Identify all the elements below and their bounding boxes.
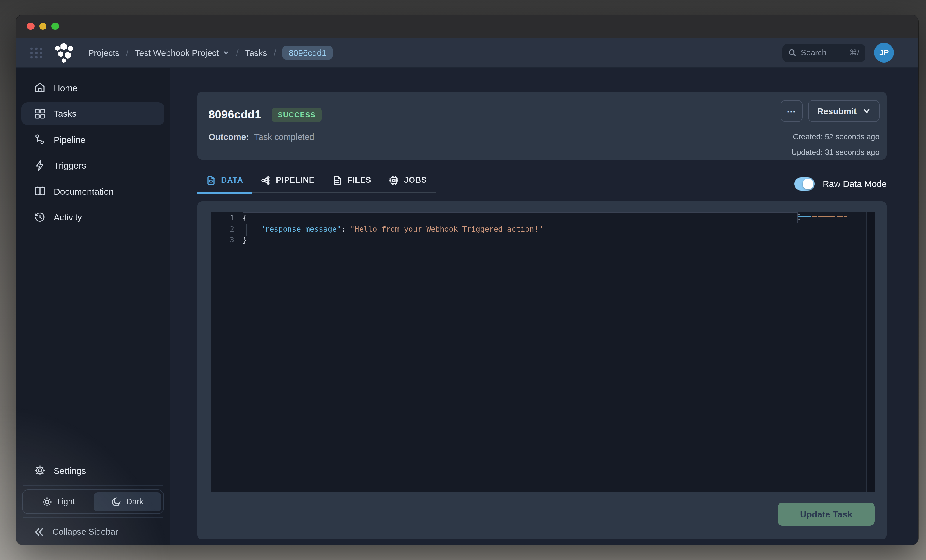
home-icon [34,82,46,94]
tab-strip: DATA PIPELINE [197,173,436,193]
collapse-sidebar-label: Collapse Sidebar [53,527,118,536]
breadcrumb: Projects / Test Webhook Project / Tasks … [88,46,333,60]
moon-icon [112,497,121,506]
outcome-value: Task completed [254,132,314,142]
sidebar-item-label: Triggers [54,160,86,170]
updated-timestamp: Updated: 31 seconds ago [791,145,879,160]
sidebar-item-home[interactable]: Home [21,76,165,99]
sidebar-item-label: Activity [54,212,82,222]
theme-dark-button[interactable]: Dark [94,492,161,511]
theme-light-label: Light [57,497,75,506]
minimize-button[interactable] [39,23,47,30]
tab-pipeline[interactable]: PIPELINE [252,173,323,193]
theme-light-button[interactable]: Light [25,492,92,511]
resubmit-label: Resubmit [817,106,856,116]
outcome-label: Outcome: [209,132,249,142]
double-chevron-left-icon [34,527,44,537]
breadcrumb-projects[interactable]: Projects [88,48,120,57]
file-icon [333,176,342,185]
tab-files[interactable]: FILES [324,173,380,193]
breadcrumb-separator: / [236,48,238,57]
chevron-down-icon [862,107,870,115]
created-timestamp: Created: 52 seconds ago [791,129,879,145]
sun-icon [42,497,52,506]
raw-data-mode-label: Raw Data Mode [823,179,887,189]
tab-label: JOBS [404,176,427,185]
update-task-button[interactable]: Update Task [778,502,875,525]
collapse-sidebar-button[interactable]: Collapse Sidebar [21,522,165,541]
history-clock-icon [34,211,46,223]
raw-data-mode-toggle[interactable] [794,177,815,190]
breadcrumb-task-id-badge[interactable]: 8096cdd1 [283,46,333,60]
divider [23,485,163,486]
editor-code-area[interactable]: { "response_message": "Hello from your W… [242,212,797,492]
sidebar-item-label: Settings [54,465,86,475]
json-code-editor[interactable]: 1 2 3 { "response_message": "Hello from … [211,212,875,492]
resubmit-button[interactable]: Resubmit [808,100,879,122]
file-code-icon [206,176,216,185]
tab-label: DATA [221,176,243,185]
top-nav: Projects / Test Webhook Project / Tasks … [16,38,918,68]
code-line: } [242,235,797,246]
main-content: 8096cdd1 SUCCESS Outcome: Task completed… [170,68,918,545]
window-titlebar [16,15,918,38]
gear-icon [34,465,46,476]
sidebar-item-label: Pipeline [54,134,86,144]
tab-data[interactable]: DATA [197,173,252,193]
task-timestamps: Created: 52 seconds ago Updated: 31 seco… [791,129,879,160]
line-number: 2 [211,223,234,235]
chevron-down-icon [223,50,229,56]
app-window: Projects / Test Webhook Project / Tasks … [16,15,918,545]
app-grid-icon[interactable] [29,45,44,60]
divider [23,518,163,518]
open-book-icon [34,185,46,197]
search-icon [788,49,796,57]
editor-scrollbar[interactable] [866,212,875,492]
sidebar-item-settings[interactable]: Settings [21,459,165,482]
editor-minimap[interactable] [797,212,866,492]
sidebar-item-label: Tasks [54,109,77,118]
sidebar: Home Tasks Pipeline Trigg [16,68,170,545]
sidebar-item-pipeline[interactable]: Pipeline [21,128,165,151]
hub-branches-icon [261,176,271,185]
search-box[interactable]: ⌘/ [782,44,865,62]
task-id-title: 8096cdd1 [209,109,261,121]
sidebar-item-tasks[interactable]: Tasks [21,102,165,125]
task-header-card: 8096cdd1 SUCCESS Outcome: Task completed… [197,92,887,160]
search-input[interactable] [801,48,845,57]
line-number: 3 [211,235,234,246]
tab-label: FILES [347,176,372,185]
breadcrumb-separator: / [126,48,129,57]
theme-dark-label: Dark [126,497,143,506]
sidebar-item-triggers[interactable]: Triggers [21,154,165,177]
desktop-backdrop: Projects / Test Webhook Project / Tasks … [0,0,926,560]
close-button[interactable] [27,23,34,30]
search-shortcut: ⌘/ [849,48,859,57]
sidebar-item-label: Home [54,83,77,93]
pipeline-icon [34,133,46,145]
cpu-chip-icon [389,176,399,185]
editor-gutter: 1 2 3 [211,212,242,492]
tab-label: PIPELINE [276,176,314,185]
user-avatar[interactable]: JP [874,43,894,62]
breadcrumb-separator: / [274,48,276,57]
data-editor-card: 1 2 3 { "response_message": "Hello from … [197,201,887,539]
sidebar-item-activity[interactable]: Activity [21,206,165,228]
code-line: { [242,213,797,223]
zoom-button[interactable] [51,23,59,30]
tab-jobs[interactable]: JOBS [380,173,436,193]
sidebar-item-label: Documentation [54,186,114,196]
lightning-bolt-icon [34,159,46,171]
sidebar-item-documentation[interactable]: Documentation [21,180,165,202]
theme-toggle: Light Dark [22,489,164,514]
breadcrumb-project-switcher[interactable]: Test Webhook Project [135,48,230,57]
grid-2x2-icon [34,107,46,119]
breadcrumb-tasks[interactable]: Tasks [245,48,267,57]
line-number: 1 [211,213,234,223]
toggle-knob [803,179,813,189]
hex-cluster-logo-icon[interactable] [54,42,75,63]
more-actions-button[interactable]: ⋯ [781,100,803,122]
status-badge: SUCCESS [272,108,321,122]
code-line: "response_message": "Hello from your Web… [242,223,797,235]
